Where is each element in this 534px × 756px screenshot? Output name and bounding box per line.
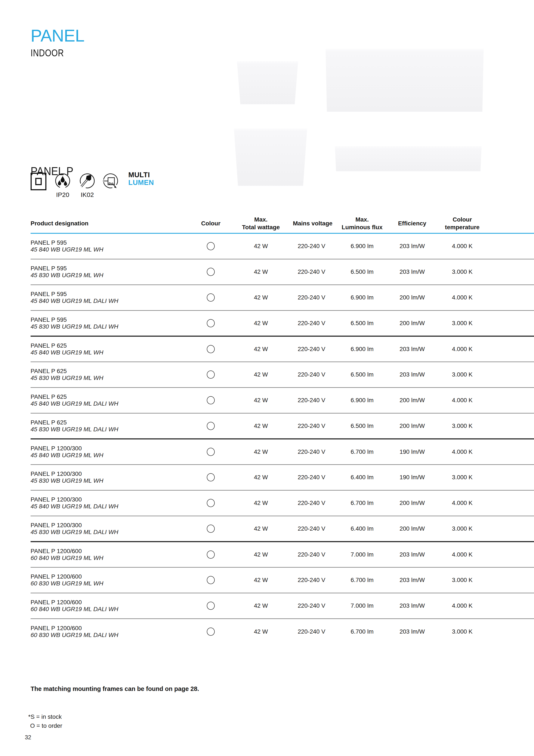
temperature-value: 4.000 K <box>430 439 494 465</box>
product-cell: PANEL P 1200/600 60 830 WB UGR19 ML DALI… <box>31 619 193 644</box>
efficiency-value: 200 lm/W <box>394 388 430 413</box>
flux-value: 6.700 lm <box>330 490 394 516</box>
row-spacer <box>494 619 534 644</box>
colour-swatch <box>207 396 215 404</box>
flux-value: 6.400 lm <box>330 465 394 490</box>
table-row: PANEL P 1200/300 45 840 WB UGR19 ML DALI… <box>31 490 534 516</box>
row-spacer <box>494 593 534 619</box>
colour-swatch <box>207 628 215 636</box>
product-name: PANEL P 595 <box>31 316 193 323</box>
voltage-value: 220-240 V <box>293 310 330 336</box>
product-variant: 45 830 WB UGR19 ML DALI WH <box>31 426 193 433</box>
product-spec-table: Product designation Colour Max.Total wat… <box>31 214 534 644</box>
product-cell: PANEL P 595 45 840 WB UGR19 ML DALI WH <box>31 285 193 310</box>
stock-legend: *S = in stock O = to order <box>28 712 62 730</box>
voltage-value: 220-240 V <box>293 490 330 516</box>
multi-lumen-line1: MULTI <box>128 171 154 179</box>
col-header-colour-temperature: Colourtemperature <box>430 214 494 233</box>
product-variant: 45 840 WB UGR19 ML WH <box>31 349 193 356</box>
product-name: PANEL P 595 <box>31 239 193 246</box>
product-name: PANEL P 595 <box>31 265 193 272</box>
product-name: PANEL P 1200/600 <box>31 548 193 554</box>
flux-value: 7.000 lm <box>330 593 394 619</box>
product-cell: PANEL P 1200/600 60 840 WB UGR19 ML WH <box>31 542 193 567</box>
colour-cell <box>193 619 229 644</box>
table-row: PANEL P 595 45 840 WB UGR19 ML DALI WH 4… <box>31 285 534 310</box>
ip-rating-label: IP20 <box>55 191 70 199</box>
wattage-value: 42 W <box>229 542 293 567</box>
temperature-value: 4.000 K <box>430 542 494 567</box>
product-variant: 60 840 WB UGR19 ML DALI WH <box>31 606 193 612</box>
product-variant: 60 830 WB UGR19 ML DALI WH <box>31 632 193 638</box>
colour-cell <box>193 388 229 413</box>
protection-class-ii-icon <box>31 173 46 190</box>
page-subtitle: INDOOR <box>31 48 64 58</box>
catalog-page: PANEL INDOOR PANEL P IP20 IK02 <box>0 0 534 756</box>
driver-connection-badge <box>103 172 118 189</box>
efficiency-value: 200 lm/W <box>394 413 430 439</box>
product-name: PANEL P 625 <box>31 368 193 375</box>
table-header-row: Product designation Colour Max.Total wat… <box>31 214 534 233</box>
colour-swatch <box>207 422 215 430</box>
table-row: PANEL P 625 45 830 WB UGR19 ML DALI WH 4… <box>31 413 534 439</box>
product-cell: PANEL P 1200/300 45 840 WB UGR19 ML DALI… <box>31 490 193 516</box>
table-row: PANEL P 625 45 830 WB UGR19 ML WH 42 W 2… <box>31 362 534 388</box>
colour-swatch <box>207 602 215 610</box>
table-row: PANEL P 625 45 840 WB UGR19 ML WH 42 W 2… <box>31 336 534 362</box>
flux-value: 6.500 lm <box>330 413 394 439</box>
wattage-value: 42 W <box>229 516 293 542</box>
row-spacer <box>494 388 534 413</box>
product-name: PANEL P 1200/300 <box>31 471 193 477</box>
temperature-value: 4.000 K <box>430 336 494 362</box>
voltage-value: 220-240 V <box>293 465 330 490</box>
flux-value: 6.500 lm <box>330 310 394 336</box>
product-variant: 45 840 WB UGR19 ML DALI WH <box>31 298 193 304</box>
colour-cell <box>193 233 229 259</box>
product-name: PANEL P 595 <box>31 291 193 298</box>
row-spacer <box>494 336 534 362</box>
voltage-value: 220-240 V <box>293 439 330 465</box>
ip-rating-badge: IP20 <box>55 172 70 199</box>
multi-lumen-line2: LUMEN <box>128 179 154 186</box>
temperature-value: 4.000 K <box>430 490 494 516</box>
wattage-value: 42 W <box>229 593 293 619</box>
colour-swatch <box>207 345 215 353</box>
wattage-value: 42 W <box>229 259 293 285</box>
product-variant: 60 830 WB UGR19 ML WH <box>31 580 193 587</box>
voltage-value: 220-240 V <box>293 336 330 362</box>
product-name: PANEL P 625 <box>31 419 193 426</box>
voltage-value: 220-240 V <box>293 259 330 285</box>
flux-value: 6.900 lm <box>330 388 394 413</box>
product-cell: PANEL P 1200/300 45 830 WB UGR19 ML DALI… <box>31 516 193 542</box>
temperature-value: 3.000 K <box>430 310 494 336</box>
efficiency-value: 203 lm/W <box>394 336 430 362</box>
wattage-value: 42 W <box>229 619 293 644</box>
voltage-value: 220-240 V <box>293 567 330 593</box>
efficiency-value: 203 lm/W <box>394 593 430 619</box>
ik-rating-hammer-icon <box>80 173 95 189</box>
temperature-value: 4.000 K <box>430 388 494 413</box>
product-name: PANEL P 1200/300 <box>31 445 193 452</box>
col-header-max-total-wattage: Max.Total wattage <box>229 214 293 233</box>
product-variant: 45 840 WB UGR19 ML WH <box>31 246 193 253</box>
flux-value: 6.700 lm <box>330 439 394 465</box>
colour-swatch <box>207 242 215 250</box>
row-spacer <box>494 567 534 593</box>
colour-cell <box>193 542 229 567</box>
panel-medium-square-photo <box>234 128 308 186</box>
colour-cell <box>193 310 229 336</box>
table-row: PANEL P 595 45 830 WB UGR19 ML DALI WH 4… <box>31 310 534 336</box>
flux-value: 6.900 lm <box>330 233 394 259</box>
colour-swatch <box>207 551 215 559</box>
efficiency-value: 200 lm/W <box>394 285 430 310</box>
wattage-value: 42 W <box>229 439 293 465</box>
product-cell: PANEL P 1200/600 60 830 WB UGR19 ML WH <box>31 567 193 593</box>
product-cell: PANEL P 625 45 840 WB UGR19 ML DALI WH <box>31 388 193 413</box>
product-name: PANEL P 625 <box>31 393 193 400</box>
efficiency-value: 200 lm/W <box>394 516 430 542</box>
efficiency-value: 200 lm/W <box>394 310 430 336</box>
product-name: PANEL P 1200/600 <box>31 573 193 580</box>
flux-value: 6.500 lm <box>330 259 394 285</box>
table-row: PANEL P 1200/300 45 840 WB UGR19 ML WH 4… <box>31 439 534 465</box>
wattage-value: 42 W <box>229 388 293 413</box>
